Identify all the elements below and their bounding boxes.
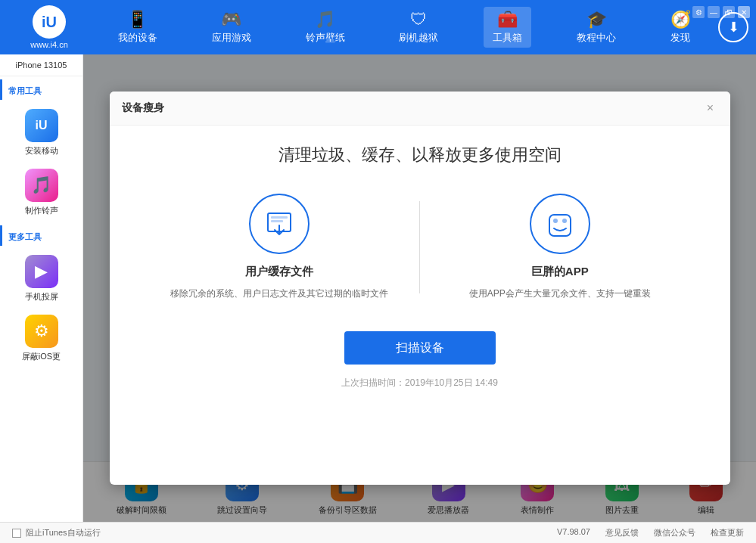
sidebar-item-block-ios[interactable]: ⚙ 屏蔽iOS更 — [0, 309, 82, 368]
win-settings-btn[interactable]: ⚙ — [692, 6, 705, 18]
nav-item-ringtone[interactable]: 🎵 铃声壁纸 — [297, 7, 354, 48]
sidebar-item-install-app[interactable]: iU 安装移动 — [0, 103, 82, 163]
user-cache-title: 用户缓存文件 — [245, 265, 313, 279]
nav-label-jailbreak: 刷机越狱 — [399, 31, 438, 45]
modal-title: 设备瘦身 — [122, 101, 164, 115]
version-label: V7.98.07 — [557, 527, 590, 538]
status-left: 阻止iTunes自动运行 — [12, 527, 101, 538]
nav-label-apps: 应用游戏 — [212, 31, 251, 45]
block-ios-icon: ⚙ — [25, 315, 58, 348]
modal-device-slim: 设备瘦身 × 清理垃圾、缓存、以释放更多使用空间 — [110, 92, 730, 485]
sidebar-device: iPhone 13105 — [0, 54, 82, 76]
nav-item-tutorial[interactable]: 🎓 教程中心 — [568, 7, 625, 48]
screen-mirror-label: 手机投屏 — [25, 291, 58, 303]
nav-item-jailbreak[interactable]: 🛡 刷机越狱 — [390, 7, 447, 48]
modal-main-title: 清理垃圾、缓存、以释放更多使用空间 — [140, 144, 700, 166]
nav-icon-toolbox: 🧰 — [497, 10, 518, 29]
nav-label-device: 我的设备 — [118, 31, 157, 45]
screen-mirror-icon: ▶ — [25, 255, 58, 288]
win-restore-btn[interactable]: 🗗 — [723, 6, 735, 18]
logo-circle: iU — [33, 5, 66, 39]
scan-time-value: 2019年10月25日 14:49 — [405, 377, 498, 388]
user-cache-desc: 移除冗余的系统、用户日志文件及其它过期的临时文件 — [170, 287, 388, 301]
logo-area[interactable]: iU www.i4.cn — [8, 5, 91, 49]
nav-label-discover: 发现 — [670, 31, 690, 45]
modal-header: 设备瘦身 × — [110, 92, 730, 126]
user-cache-icon — [249, 194, 310, 254]
svg-point-5 — [562, 219, 567, 223]
svg-rect-3 — [549, 215, 571, 236]
big-app-title: 巨胖的APP — [531, 265, 589, 279]
nav-icon-ringtone: 🎵 — [315, 10, 335, 29]
window-controls: ⚙ — 🗗 ✕ — [692, 6, 750, 18]
svg-point-4 — [553, 219, 558, 223]
sidebar: iPhone 13105 常用工具 iU 安装移动 🎵 制作铃声 更多工具 ▶ … — [0, 54, 83, 522]
ringtone-label: 制作铃声 — [25, 205, 58, 216]
nav-label-tutorial: 教程中心 — [577, 31, 616, 45]
logo-url: www.i4.cn — [30, 40, 68, 49]
nav-label-toolbox: 工具箱 — [493, 31, 522, 45]
itunes-checkbox[interactable] — [12, 529, 21, 538]
win-minimize-btn[interactable]: — — [708, 6, 720, 18]
check-update-link[interactable]: 检查更新 — [711, 527, 744, 538]
sidebar-item-ringtone[interactable]: 🎵 制作铃声 — [0, 163, 82, 222]
status-right: V7.98.07 意见反馈 微信公众号 检查更新 — [557, 527, 744, 538]
big-app-desc: 使用APP会产生大量冗余文件、支持一键重装 — [469, 287, 651, 301]
nav-item-my-device[interactable]: 📱 我的设备 — [109, 7, 166, 48]
section-label-more: 更多工具 — [0, 225, 82, 246]
nav-item-apps-games[interactable]: 🎮 应用游戏 — [203, 7, 260, 48]
nav-icon-apps: 🎮 — [221, 10, 241, 29]
nav-icon-discover: 🧭 — [670, 10, 691, 29]
modal-features: 用户缓存文件 移除冗余的系统、用户日志文件及其它过期的临时文件 — [140, 194, 700, 301]
scan-time: 上次扫描时间：2019年10月25日 14:49 — [140, 377, 700, 389]
section-label-common: 常用工具 — [0, 79, 82, 100]
modal-close-button[interactable]: × — [703, 101, 718, 116]
feature-card-user-cache: 用户缓存文件 移除冗余的系统、用户日志文件及其它过期的临时文件 — [140, 194, 420, 301]
nav-icon-device: 📱 — [127, 10, 148, 29]
top-nav: iU www.i4.cn 📱 我的设备 🎮 应用游戏 🎵 铃声壁纸 🛡 刷机越狱… — [0, 0, 756, 54]
status-bar: 阻止iTunes自动运行 V7.98.07 意见反馈 微信公众号 检查更新 — [0, 522, 756, 543]
win-close-btn[interactable]: ✕ — [738, 6, 750, 18]
scan-device-button[interactable]: 扫描设备 — [344, 331, 496, 365]
nav-icon-tutorial: 🎓 — [586, 10, 607, 29]
scan-time-prefix: 上次扫描时间： — [341, 377, 405, 388]
nav-label-ringtone: 铃声壁纸 — [306, 31, 345, 45]
install-app-icon: iU — [25, 109, 58, 142]
nav-item-toolbox[interactable]: 🧰 工具箱 — [484, 7, 531, 48]
wechat-link[interactable]: 微信公众号 — [654, 527, 695, 538]
itunes-label: 阻止iTunes自动运行 — [26, 527, 101, 538]
modal-body: 清理垃圾、缓存、以释放更多使用空间 — [110, 126, 730, 408]
svg-rect-2 — [271, 220, 283, 222]
install-app-label: 安装移动 — [25, 145, 58, 157]
logo-icon: iU — [42, 14, 57, 31]
sidebar-item-screen-mirror[interactable]: ▶ 手机投屏 — [0, 249, 82, 309]
svg-rect-1 — [271, 216, 288, 219]
nav-icon-jailbreak: 🛡 — [410, 10, 427, 29]
feedback-link[interactable]: 意见反馈 — [605, 527, 639, 538]
big-app-icon — [530, 194, 590, 254]
ringtone-icon: 🎵 — [25, 169, 58, 202]
nav-items: 📱 我的设备 🎮 应用游戏 🎵 铃声壁纸 🛡 刷机越狱 🧰 工具箱 🎓 教程中心… — [91, 7, 718, 48]
modal-overlay: 设备瘦身 × 清理垃圾、缓存、以释放更多使用空间 — [83, 54, 756, 522]
feature-card-big-app: 巨胖的APP 使用APP会产生大量冗余文件、支持一键重装 — [420, 194, 700, 301]
block-ios-label: 屏蔽iOS更 — [22, 351, 61, 362]
